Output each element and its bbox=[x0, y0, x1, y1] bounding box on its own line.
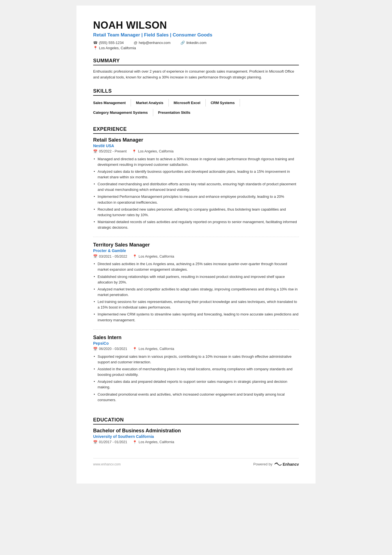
company-name: Procter & Gamble bbox=[93, 248, 299, 253]
resume-page: NOAH WILSON Retail Team Manager | Field … bbox=[76, 6, 316, 484]
experience-entry: Sales InternPepsiCo 📅 06/2020 - 03/2021 … bbox=[93, 335, 299, 409]
linkedin-item: 🔗 linkedin.com bbox=[180, 41, 206, 45]
bullet-item: Coordinated merchandising and distributi… bbox=[93, 181, 299, 193]
edu-date: 01/2017 - 01/2021 bbox=[99, 440, 127, 444]
edu-location: Los Angeles, California bbox=[138, 440, 174, 444]
job-location: Los Angeles, California bbox=[138, 149, 173, 153]
job-date: 05/2022 - Present bbox=[99, 149, 126, 153]
bullet-item: Established strong relationships with re… bbox=[93, 274, 299, 285]
job-location-item: 📍 Los Angeles, California bbox=[132, 149, 173, 154]
bullet-item: Supported regional sales team in various… bbox=[93, 354, 299, 365]
candidate-title: Retail Team Manager | Field Sales | Cons… bbox=[93, 32, 299, 38]
linkedin-value: linkedin.com bbox=[186, 41, 206, 45]
edu-meta: 📅 01/2017 - 01/2021 📍 Los Angeles, Calif… bbox=[93, 440, 299, 444]
job-date-item: 📅 06/2020 - 03/2021 bbox=[93, 347, 127, 351]
skill-item: Presentation Skills bbox=[158, 109, 195, 116]
bullet-item: Coordinated promotional events and activ… bbox=[93, 392, 299, 403]
job-title: Territory Sales Manager bbox=[93, 242, 299, 248]
skill-item: Market Analysis bbox=[136, 99, 169, 107]
job-date-item: 📅 03/2021 - 05/2022 bbox=[93, 254, 127, 258]
edu-school: University of Southern California bbox=[93, 434, 299, 439]
skill-item: Category Management Systems bbox=[93, 109, 153, 116]
job-meta: 📅 03/2021 - 05/2022 📍 Los Angeles, Calif… bbox=[93, 254, 299, 258]
job-bullets: Supported regional sales team in various… bbox=[93, 354, 299, 403]
experience-entry: Retail Sales ManagerNestlé USA 📅 05/2022… bbox=[93, 137, 299, 237]
experience-section: EXPERIENCE Retail Sales ManagerNestlé US… bbox=[93, 126, 299, 409]
job-date: 06/2020 - 03/2021 bbox=[99, 347, 127, 351]
calendar-icon: 📅 bbox=[93, 440, 98, 444]
experience-list: Retail Sales ManagerNestlé USA 📅 05/2022… bbox=[93, 137, 299, 409]
bullet-item: Assisted in the execution of merchandisi… bbox=[93, 366, 299, 378]
job-location-icon: 📍 bbox=[132, 149, 137, 154]
calendar-icon: 📅 bbox=[93, 254, 98, 258]
bullet-item: Implemented Performance Management princ… bbox=[93, 194, 299, 205]
contact-row: ☎ (555) 555-1234 @ help@enhancv.com 🔗 li… bbox=[93, 41, 299, 45]
footer-brand: Powered by Enhancv bbox=[253, 462, 299, 467]
education-title: EDUCATION bbox=[93, 417, 299, 425]
location-value: Los Angeles, California bbox=[99, 46, 136, 50]
email-icon: @ bbox=[134, 41, 137, 45]
email-item: @ help@enhancv.com bbox=[134, 41, 170, 45]
bullet-item: Analyzed sales data and prepared detaile… bbox=[93, 379, 299, 390]
header: NOAH WILSON Retail Team Manager | Field … bbox=[93, 19, 299, 50]
skills-section: SKILLS Sales ManagementMarket AnalysisMi… bbox=[93, 88, 299, 119]
experience-title: EXPERIENCE bbox=[93, 126, 299, 134]
job-location: Los Angeles, California bbox=[138, 255, 174, 258]
job-meta: 📅 05/2022 - Present 📍 Los Angeles, Calif… bbox=[93, 149, 299, 154]
skill-item: Sales Management bbox=[93, 99, 131, 107]
footer-website: www.enhancv.com bbox=[93, 462, 121, 466]
summary-title: SUMMARY bbox=[93, 58, 299, 65]
skill-item: CRM Systems bbox=[211, 99, 240, 107]
edu-degree: Bachelor of Business Administration bbox=[93, 428, 299, 434]
company-name: Nestlé USA bbox=[93, 144, 299, 148]
job-title: Retail Sales Manager bbox=[93, 137, 299, 143]
bullet-item: Led training sessions for sales represen… bbox=[93, 299, 299, 310]
skill-item: Microsoft Excel bbox=[174, 99, 206, 107]
powered-by-text: Powered by bbox=[253, 462, 272, 466]
phone-item: ☎ (555) 555-1234 bbox=[93, 41, 124, 45]
skills-grid: Sales ManagementMarket AnalysisMicrosoft… bbox=[93, 99, 299, 119]
bullet-item: Analyzed market trends and competitor ac… bbox=[93, 287, 299, 298]
bullet-item: Managed and directed a sales team to ach… bbox=[93, 156, 299, 167]
education-section: EDUCATION Bachelor of Business Administr… bbox=[93, 417, 299, 444]
job-title: Sales Intern bbox=[93, 335, 299, 341]
job-location-icon: 📍 bbox=[133, 254, 137, 258]
bullet-item: Recruited and onboarded new sales person… bbox=[93, 207, 299, 218]
summary-section: SUMMARY Enthusiastic professional with o… bbox=[93, 58, 299, 80]
enhancv-logo: Enhancv bbox=[274, 462, 299, 467]
job-bullets: Directed sales activities in the Los Ang… bbox=[93, 261, 299, 323]
location-row: 📍 Los Angeles, California bbox=[93, 46, 299, 50]
job-location-item: 📍 Los Angeles, California bbox=[133, 347, 174, 351]
company-name: PepsiCo bbox=[93, 341, 299, 346]
bullet-item: Implemented new CRM systems to streamlin… bbox=[93, 312, 299, 323]
job-location-icon: 📍 bbox=[133, 347, 137, 351]
bullet-item: Analyzed sales data to identify business… bbox=[93, 169, 299, 180]
footer: www.enhancv.com Powered by Enhancv bbox=[93, 458, 299, 467]
experience-entry: Territory Sales ManagerProcter & Gamble … bbox=[93, 242, 299, 329]
link-icon: 🔗 bbox=[180, 41, 185, 45]
email-value: help@enhancv.com bbox=[139, 41, 170, 45]
location-icon: 📍 bbox=[93, 46, 98, 50]
skills-title: SKILLS bbox=[93, 88, 299, 96]
brand-name: Enhancv bbox=[283, 462, 299, 467]
calendar-icon: 📅 bbox=[93, 149, 98, 154]
edu-location-item: 📍 Los Angeles, California bbox=[133, 440, 174, 444]
calendar-icon: 📅 bbox=[93, 347, 98, 351]
job-bullets: Managed and directed a sales team to ach… bbox=[93, 156, 299, 231]
phone-value: (555) 555-1234 bbox=[99, 41, 124, 45]
job-date-item: 📅 05/2022 - Present bbox=[93, 149, 126, 154]
bullet-item: Maintained detailed records of sales act… bbox=[93, 219, 299, 230]
bullet-item: Directed sales activities in the Los Ang… bbox=[93, 261, 299, 272]
phone-icon: ☎ bbox=[93, 41, 98, 45]
candidate-name: NOAH WILSON bbox=[93, 19, 299, 31]
job-location-item: 📍 Los Angeles, California bbox=[133, 254, 174, 258]
job-meta: 📅 06/2020 - 03/2021 📍 Los Angeles, Calif… bbox=[93, 347, 299, 351]
edu-date-item: 📅 01/2017 - 01/2021 bbox=[93, 440, 127, 444]
edu-location-icon: 📍 bbox=[133, 440, 137, 444]
job-location: Los Angeles, California bbox=[138, 347, 174, 351]
summary-text: Enthusiastic professional with over 2 ye… bbox=[93, 69, 299, 80]
job-date: 03/2021 - 05/2022 bbox=[99, 255, 127, 258]
